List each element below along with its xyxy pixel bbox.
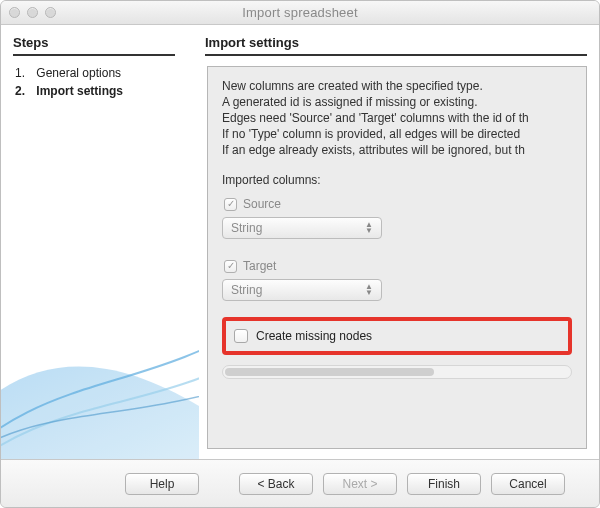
settings-panel: New columns are created with the specifi… xyxy=(207,66,587,449)
description-text: New columns are created with the specifi… xyxy=(222,79,572,159)
desc-line: If an edge already exists, attributes wi… xyxy=(222,143,572,157)
column-name: Target xyxy=(243,259,276,273)
create-missing-nodes-checkbox[interactable] xyxy=(234,329,248,343)
stepper-arrows-icon: ▲▼ xyxy=(365,222,373,234)
next-button[interactable]: Next > xyxy=(323,473,397,495)
desc-line: A generated id is assigned if missing or… xyxy=(222,95,572,109)
steps-sidebar: Steps 1. General options 2. Import setti… xyxy=(1,25,199,459)
column-source-type-select[interactable]: String ▲▼ xyxy=(222,217,382,239)
step-label: Import settings xyxy=(36,84,123,98)
scrollbar-thumb[interactable] xyxy=(225,368,434,376)
column-target-checkbox[interactable]: Target xyxy=(224,259,572,273)
step-number: 1. xyxy=(15,66,33,80)
cancel-button[interactable]: Cancel xyxy=(491,473,565,495)
select-value: String xyxy=(231,283,262,297)
desc-line: If no 'Type' column is provided, all edg… xyxy=(222,127,572,141)
main-pane: Import settings New columns are created … xyxy=(199,25,599,459)
create-missing-nodes-highlight: Create missing nodes xyxy=(222,317,572,355)
settings-heading: Import settings xyxy=(205,35,587,56)
horizontal-scrollbar[interactable] xyxy=(222,365,572,379)
steps-heading: Steps xyxy=(13,35,175,56)
titlebar: Import spreadsheet xyxy=(1,1,599,25)
column-target-block: Target String ▲▼ xyxy=(222,255,572,301)
step-label: General options xyxy=(36,66,121,80)
checkbox-icon xyxy=(224,260,237,273)
dialog-window: Import spreadsheet Steps 1. General opti… xyxy=(0,0,600,508)
create-missing-nodes-label: Create missing nodes xyxy=(256,329,372,343)
checkbox-icon xyxy=(224,198,237,211)
imported-columns-label: Imported columns: xyxy=(222,173,572,187)
step-general-options[interactable]: 1. General options xyxy=(15,64,187,82)
step-import-settings[interactable]: 2. Import settings xyxy=(15,82,187,100)
column-source-block: Source String ▲▼ xyxy=(222,193,572,239)
column-source-checkbox[interactable]: Source xyxy=(224,197,572,211)
finish-button[interactable]: Finish xyxy=(407,473,481,495)
decorative-swoosh-icon xyxy=(1,279,199,459)
help-button[interactable]: Help xyxy=(125,473,199,495)
column-target-type-select[interactable]: String ▲▼ xyxy=(222,279,382,301)
steps-list: 1. General options 2. Import settings xyxy=(15,64,187,100)
desc-line: Edges need 'Source' and 'Target' columns… xyxy=(222,111,572,125)
back-button[interactable]: < Back xyxy=(239,473,313,495)
column-name: Source xyxy=(243,197,281,211)
desc-line: New columns are created with the specifi… xyxy=(222,79,572,93)
dialog-footer: Help < Back Next > Finish Cancel xyxy=(1,459,599,507)
step-number: 2. xyxy=(15,84,33,98)
window-title: Import spreadsheet xyxy=(1,5,599,20)
select-value: String xyxy=(231,221,262,235)
stepper-arrows-icon: ▲▼ xyxy=(365,284,373,296)
dialog-body: Steps 1. General options 2. Import setti… xyxy=(1,25,599,459)
